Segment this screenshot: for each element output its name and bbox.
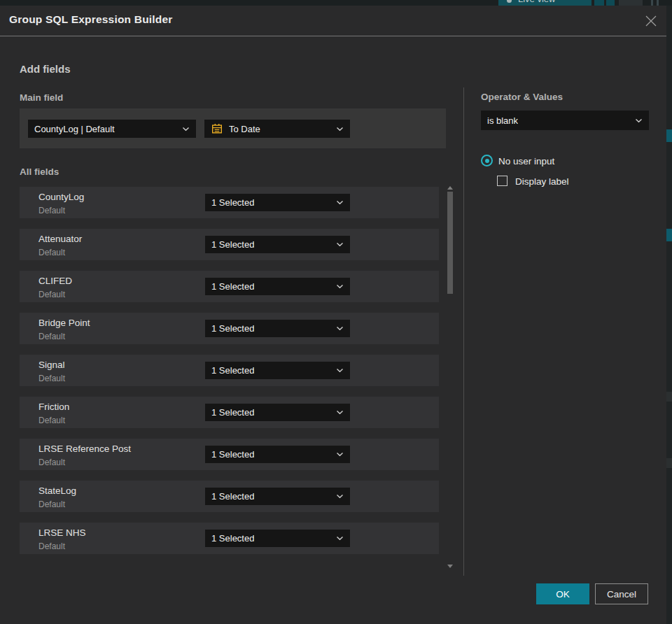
field-name: Friction	[38, 402, 69, 412]
field-selection-select[interactable]: 1 Selected	[205, 446, 350, 463]
field-name: Signal	[38, 360, 65, 370]
group-sql-expression-builder-dialog: Group SQL Expression Builder Add fields …	[0, 6, 666, 624]
field-name: LRSE Reference Post	[38, 444, 131, 454]
chevron-down-icon	[182, 127, 190, 132]
close-button[interactable]	[643, 13, 659, 29]
field-name: LRSE NHS	[38, 527, 86, 538]
ok-button[interactable]: OK	[536, 583, 589, 604]
dialog-header: Group SQL Expression Builder	[0, 6, 666, 36]
all-fields-label: All fields	[20, 166, 59, 177]
field-name: StateLog	[38, 485, 76, 496]
background-app-fragment	[666, 129, 672, 142]
all-fields-scrollbar[interactable]	[445, 180, 455, 569]
field-subtitle: Default	[38, 458, 65, 467]
chevron-down-icon	[336, 284, 344, 289]
chevron-down-icon	[336, 326, 344, 331]
chevron-down-icon	[336, 410, 344, 415]
background-app-strip: Live view	[0, 0, 672, 6]
live-view-badge: Live view	[498, 0, 592, 6]
field-selection-value: 1 Selected	[211, 323, 254, 334]
background-app-fragment	[666, 392, 672, 402]
live-dot-icon	[507, 0, 512, 3]
field-row: Bridge Point Default 1 Selected	[20, 313, 439, 344]
field-subtitle: Default	[38, 206, 65, 215]
field-row: Attenuator Default 1 Selected	[20, 229, 439, 260]
field-selection-value: 1 Selected	[211, 281, 254, 292]
main-field-date-value: To Date	[229, 124, 260, 134]
display-label-label: Display label	[515, 176, 569, 187]
display-label-checkbox[interactable]	[497, 176, 507, 186]
background-app-fragment	[666, 229, 672, 241]
no-user-input-label: No user input	[498, 156, 554, 166]
chevron-down-icon	[336, 536, 344, 541]
field-subtitle: Default	[38, 332, 65, 341]
no-user-input-radio[interactable]	[481, 155, 493, 166]
field-subtitle: Default	[38, 499, 65, 509]
field-selection-select[interactable]: 1 Selected	[205, 320, 350, 337]
panel-divider	[463, 87, 464, 576]
field-selection-select[interactable]: 1 Selected	[205, 488, 350, 505]
field-name: Attenuator	[38, 234, 82, 244]
close-icon	[643, 13, 659, 29]
all-fields-list: CountyLog Default 1 Selected Attenuator …	[20, 187, 439, 565]
field-selection-select[interactable]: 1 Selected	[205, 278, 350, 295]
scrollbar-thumb[interactable]	[447, 192, 453, 294]
field-selection-value: 1 Selected	[211, 365, 254, 376]
background-app-fragment	[666, 458, 672, 468]
chevron-down-icon	[635, 118, 643, 123]
chevron-down-icon	[336, 368, 344, 373]
operator-values-label: Operator & Values	[481, 92, 563, 102]
background-app-fragment	[651, 0, 653, 6]
chevron-down-icon	[336, 452, 344, 457]
field-row: CountyLog Default 1 Selected	[20, 187, 439, 218]
field-name: CLIFED	[38, 276, 72, 286]
cancel-button[interactable]: Cancel	[595, 583, 648, 604]
main-field-box: CountyLog | Default To Date	[20, 108, 446, 148]
field-name: CountyLog	[38, 192, 84, 202]
field-row: LRSE Reference Post Default 1 Selected	[20, 439, 439, 470]
main-field-date-select[interactable]: To Date	[204, 120, 350, 138]
field-selection-select[interactable]: 1 Selected	[205, 236, 350, 253]
field-row: Signal Default 1 Selected	[20, 355, 439, 386]
field-selection-value: 1 Selected	[211, 491, 254, 502]
field-selection-select[interactable]: 1 Selected	[205, 194, 350, 211]
main-field-select[interactable]: CountyLog | Default	[28, 120, 196, 138]
radio-selected-dot	[485, 159, 489, 163]
field-selection-select[interactable]: 1 Selected	[205, 530, 350, 547]
chevron-down-icon	[336, 242, 344, 247]
main-field-label: Main field	[20, 92, 63, 103]
add-fields-heading: Add fields	[20, 63, 71, 75]
scroll-up-arrow-icon[interactable]	[447, 186, 453, 190]
field-selection-value: 1 Selected	[211, 197, 254, 208]
field-row: Friction Default 1 Selected	[20, 397, 439, 428]
background-app-sliver	[666, 6, 672, 624]
dialog-title: Group SQL Expression Builder	[9, 13, 173, 26]
operator-select[interactable]: is blank	[481, 111, 649, 130]
field-row: LRSE NHS Default 1 Selected	[20, 523, 439, 554]
chevron-down-icon	[336, 127, 344, 132]
chevron-down-icon	[336, 494, 344, 499]
background-app-fragment	[606, 0, 615, 6]
calendar-date-icon	[211, 122, 223, 135]
main-field-select-value: CountyLog | Default	[34, 124, 115, 134]
field-subtitle: Default	[38, 416, 65, 425]
field-subtitle: Default	[38, 248, 65, 257]
field-row: StateLog Default 1 Selected	[20, 481, 439, 512]
operator-select-value: is blank	[487, 115, 518, 126]
background-app-fragment	[619, 0, 643, 6]
field-subtitle: Default	[38, 290, 65, 299]
background-app-fragment	[594, 0, 604, 6]
background-app-fragment	[657, 0, 659, 6]
field-selection-value: 1 Selected	[211, 533, 254, 544]
field-selection-select[interactable]: 1 Selected	[205, 362, 350, 379]
chevron-down-icon	[336, 200, 344, 205]
field-subtitle: Default	[38, 374, 65, 383]
field-selection-value: 1 Selected	[211, 239, 254, 250]
field-selection-value: 1 Selected	[211, 449, 254, 460]
live-view-label: Live view	[518, 0, 555, 4]
field-row: CLIFED Default 1 Selected	[20, 271, 439, 302]
field-name: Bridge Point	[38, 318, 90, 328]
field-selection-value: 1 Selected	[211, 407, 254, 418]
scroll-down-arrow-icon[interactable]	[447, 565, 453, 568]
field-selection-select[interactable]: 1 Selected	[205, 404, 350, 421]
